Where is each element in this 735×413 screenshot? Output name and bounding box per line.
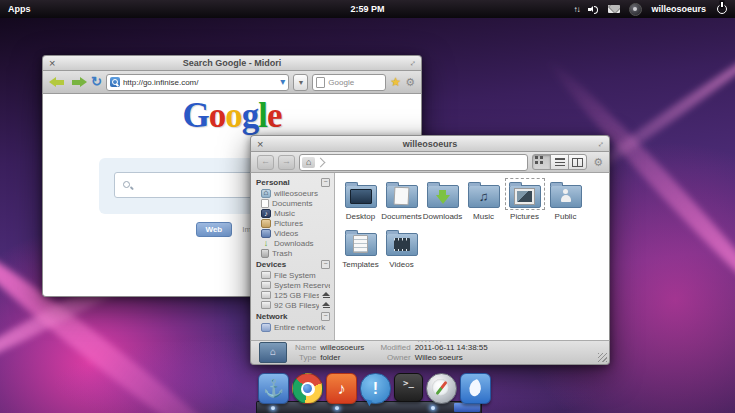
screen-emblem-icon xyxy=(350,189,372,204)
sidebar-item-downloads[interactable]: ↓Downloads xyxy=(251,238,334,248)
files-menu-gear-icon[interactable]: ⚙ xyxy=(593,156,603,169)
breadcrumb[interactable]: ⌂ xyxy=(299,154,528,171)
back-button[interactable] xyxy=(49,76,66,88)
user-avatar[interactable] xyxy=(629,3,642,16)
system-tray: ↑↓ willeosoeurs xyxy=(573,3,727,16)
sidebar-item-label: Entire network xyxy=(274,323,330,332)
sidebar-item-trash[interactable]: Trash xyxy=(251,248,334,258)
dock-item-messenger[interactable]: ! xyxy=(360,373,391,404)
username-label[interactable]: willeosoeurs xyxy=(651,4,706,14)
power-icon[interactable] xyxy=(717,4,727,14)
sidebar-item-label: 125 GB Filesyst… xyxy=(274,291,319,300)
web-search-button[interactable]: Web xyxy=(196,222,233,237)
sidebar-item-pictures[interactable]: Pictures xyxy=(251,218,334,228)
browser-titlebar[interactable]: × Search Google - Midori ↕ xyxy=(42,55,422,71)
search-engine-icon xyxy=(316,77,325,88)
file-item-label: Templates xyxy=(342,260,378,269)
folder-icon-frame xyxy=(423,178,463,210)
column-view-button[interactable] xyxy=(568,154,587,170)
eject-icon[interactable] xyxy=(322,292,330,299)
collapse-icon[interactable]: − xyxy=(321,178,330,187)
sidebar-item-videos[interactable]: Videos xyxy=(251,228,334,238)
file-item-public[interactable]: Public xyxy=(545,178,586,226)
folder-icon xyxy=(509,185,541,208)
collapse-icon[interactable]: − xyxy=(321,312,330,321)
folder-icon-frame xyxy=(505,178,545,210)
drive-icon xyxy=(261,301,271,309)
desktop: Apps 2:59 PM ↑↓ willeosoeurs × Search Go… xyxy=(0,0,735,413)
videos-icon xyxy=(261,229,271,238)
google-logo-letter: o xyxy=(225,96,242,135)
dock: ⚓♪!>_ xyxy=(0,367,735,413)
forward-button[interactable]: → xyxy=(278,155,295,170)
url-bar[interactable]: http://go.infinise.com/ ▾ xyxy=(106,74,289,91)
sidebar-item-125-gb-filesyst[interactable]: 125 GB Filesyst… xyxy=(251,290,334,300)
files-titlebar[interactable]: × willeosoeurs ↕ xyxy=(250,135,610,152)
network-arrows-icon[interactable]: ↑↓ xyxy=(573,5,579,14)
file-item-videos[interactable]: Videos xyxy=(381,226,422,274)
files-sidebar: Personal−⌂willeosoeursDocuments♪MusicPic… xyxy=(251,173,335,340)
file-manager-window: × willeosoeurs ↕ ← → ⌂ ⚙ Personal−⌂wille… xyxy=(250,135,610,365)
file-item-pictures[interactable]: Pictures xyxy=(504,178,545,226)
dock-item-music-player[interactable]: ♪ xyxy=(326,373,357,404)
sidebar-item-entire-network[interactable]: Entire network xyxy=(251,322,334,332)
sidebar-item-label: Documents xyxy=(272,199,330,208)
list-view-button[interactable] xyxy=(550,154,569,170)
go-arrow-icon[interactable]: ▾ xyxy=(280,77,285,87)
grid-view-button[interactable] xyxy=(532,154,551,170)
home-icon[interactable]: ⌂ xyxy=(302,157,315,168)
browser-menu-gear-icon[interactable]: ⚙ xyxy=(405,77,415,88)
note-emblem-icon: ♫ xyxy=(479,190,489,203)
search-icon xyxy=(123,181,132,190)
sidebar-item-music[interactable]: ♪Music xyxy=(251,208,334,218)
active-app-highlight xyxy=(454,403,480,412)
status-type-value: folder xyxy=(320,353,364,363)
folder-grid: DesktopDocumentsDownloads♫MusicPicturesP… xyxy=(335,173,609,274)
sidebar-item-label: Downloads xyxy=(274,239,330,248)
url-text[interactable]: http://go.infinise.com/ xyxy=(123,78,277,87)
eject-icon[interactable] xyxy=(322,302,330,309)
person-emblem-icon xyxy=(559,189,573,203)
status-modified-label: Modified xyxy=(380,343,410,353)
google-logo-letter: G xyxy=(182,96,208,135)
file-item-desktop[interactable]: Desktop xyxy=(340,178,381,226)
web-search-value[interactable]: Google xyxy=(328,78,354,87)
web-search-field[interactable]: Google xyxy=(312,74,386,91)
google-logo-letter: o xyxy=(209,96,226,135)
sidebar-item-file-system[interactable]: File System xyxy=(251,270,334,280)
sidebar-item-label: Trash xyxy=(272,249,330,258)
file-item-documents[interactable]: Documents xyxy=(381,178,422,226)
file-item-music[interactable]: ♫Music xyxy=(463,178,504,226)
sidebar-item-92-gb-filesyst[interactable]: 92 GB Filesyst… xyxy=(251,300,334,310)
sidebar-section-label: Personal xyxy=(256,178,321,187)
refresh-icon[interactable]: ↻ xyxy=(91,76,102,88)
sidebar-item-willeosoeurs[interactable]: ⌂willeosoeurs xyxy=(251,188,334,198)
sidebar-item-label: System Reserved xyxy=(274,281,330,290)
collapse-icon[interactable]: − xyxy=(321,260,330,269)
folder-icon xyxy=(386,185,418,208)
dock-item-files-anchor[interactable]: ⚓ xyxy=(258,373,289,404)
dock-item-midori-browser[interactable] xyxy=(426,373,457,404)
url-dropdown-button[interactable]: ▼ xyxy=(293,74,308,91)
folder-icon xyxy=(345,185,377,208)
volume-icon[interactable] xyxy=(588,4,599,14)
dock-item-terminal[interactable]: >_ xyxy=(394,373,423,402)
back-button[interactable]: ← xyxy=(257,155,274,170)
file-item-downloads[interactable]: Downloads xyxy=(422,178,463,226)
running-indicator xyxy=(271,406,275,410)
files-window-title: willeosoeurs xyxy=(251,139,609,149)
sidebar-item-system-reserved[interactable]: System Reserved xyxy=(251,280,334,290)
dock-item-dolphin-app[interactable] xyxy=(460,373,491,404)
file-item-templates[interactable]: Templates xyxy=(340,226,381,274)
files-main-pane[interactable]: DesktopDocumentsDownloads♫MusicPicturesP… xyxy=(335,173,609,340)
mail-icon[interactable] xyxy=(608,5,620,13)
resize-grip[interactable] xyxy=(598,353,607,362)
sidebar-item-documents[interactable]: Documents xyxy=(251,198,334,208)
status-modified-value: 2011-06-11 14:38:55 xyxy=(415,343,488,353)
forward-button[interactable] xyxy=(70,76,87,88)
files-statusbar: ⌂ Name willeosoeurs Type folder Modified… xyxy=(250,340,610,365)
bookmark-star-icon[interactable]: ★ xyxy=(390,76,401,88)
sidebar-item-label: 92 GB Filesyst… xyxy=(274,301,319,310)
dock-item-chrome[interactable] xyxy=(292,373,323,404)
folder-icon-frame xyxy=(341,178,381,210)
